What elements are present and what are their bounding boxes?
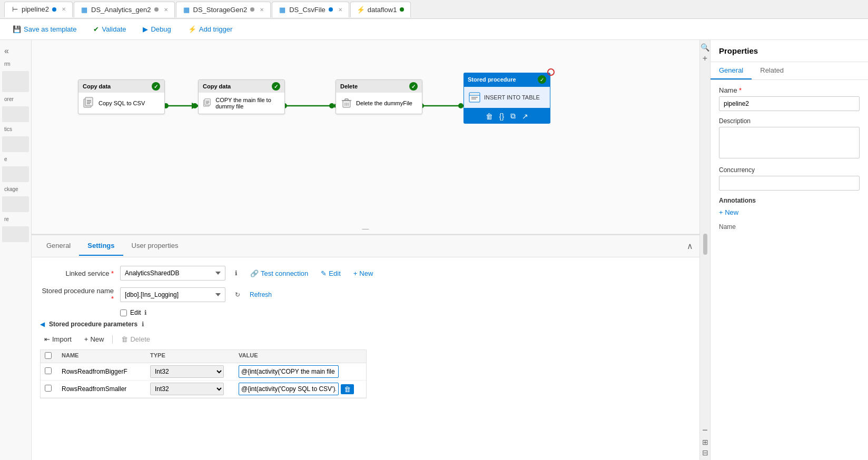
activity-copy-sql-csv[interactable]: Copy data ✓ Copy SQL to CSV [78, 79, 165, 114]
right-tab-related[interactable]: Related [752, 62, 792, 79]
refresh-label[interactable]: Refresh [250, 291, 272, 298]
tab-close-analytics[interactable]: ✕ [164, 7, 168, 13]
param-value-input-1[interactable] [239, 365, 339, 378]
concurrency-input[interactable] [719, 176, 860, 191]
linked-service-select[interactable]: AnalyticsSharedDB [120, 266, 225, 281]
tab-pipeline2[interactable]: ⊢ pipeline2 ✕ [4, 2, 73, 17]
save-template-label: Save as template [24, 25, 76, 33]
tab-dataflow1[interactable]: ⚡ dataflow1 [350, 2, 411, 17]
new-param-button[interactable]: + New [80, 333, 108, 345]
dataflow-icon: ⚡ [357, 6, 364, 13]
sp-copy-button[interactable]: ⧉ [508, 111, 518, 122]
add-trigger-button[interactable]: ⚡ Add trigger [184, 23, 237, 35]
fit-view-button[interactable]: ⊞ [701, 437, 709, 447]
param-type-select-2[interactable]: Int32 [150, 383, 224, 395]
stored-proc-name-row: Stored procedure name * [dbo].[Ins_Loggi… [40, 287, 691, 303]
debug-button[interactable]: ▶ Debug [139, 23, 175, 35]
general-tab-label: General [46, 242, 71, 249]
test-connection-button[interactable]: 🔗 Test connection [247, 268, 311, 278]
activity-type-copy1: Copy data [83, 83, 111, 89]
collapse-sidebar-button[interactable]: « [2, 44, 29, 58]
concurrency-field-label: Concurrency [719, 166, 860, 174]
param-type-select-1[interactable]: Int32 [150, 365, 224, 378]
save-as-template-button[interactable]: 💾 Save as template [8, 23, 81, 35]
linked-service-info-button[interactable]: ℹ [232, 268, 241, 278]
tab-close-storage[interactable]: ✕ [260, 7, 264, 13]
sp-params-header[interactable]: ◀ Stored procedure parameters ℹ [40, 321, 691, 328]
properties-title: Properties [711, 40, 868, 62]
refresh-icon-btn[interactable]: ↻ [232, 290, 243, 299]
pipeline-canvas[interactable]: Copy data ✓ Copy SQL to CSV [32, 40, 699, 235]
sp-link-button[interactable]: ↗ [520, 111, 530, 122]
header-type-col: TYPE [150, 352, 234, 361]
activity-name-copy1: Copy SQL to CSV [98, 100, 145, 106]
right-panel: Properties General Related Name * De [710, 40, 868, 460]
canvas-collapse-handle[interactable]: — [32, 224, 699, 234]
param-checkbox-2[interactable] [45, 385, 52, 392]
svg-point-4 [192, 103, 198, 108]
tab-bar: ⊢ pipeline2 ✕ ▦ DS_Analytics_gen2 ✕ ▦ DS… [0, 0, 868, 19]
right-control-panel: 🔍 + − ⊞ ⊟ [699, 40, 710, 460]
collapse-icon: « [4, 46, 9, 56]
bottom-panel: General Settings User properties ∧ [32, 235, 699, 460]
param-checkbox-1[interactable] [45, 367, 52, 374]
minus-right-button[interactable]: − [701, 424, 709, 437]
stored-proc-select[interactable]: [dbo].[Ins_Logging] [120, 287, 225, 302]
panel-collapse-button[interactable]: ∧ [687, 241, 693, 251]
activity-header-copy1: Copy data ✓ [78, 80, 164, 93]
validate-button[interactable]: ✔ Validate [89, 23, 130, 35]
grid-button[interactable]: ⊟ [701, 447, 709, 458]
sidebar-section-ckage [2, 196, 29, 212]
sp-delete-button[interactable]: 🗑 [484, 111, 495, 122]
tab-ds-analytics[interactable]: ▦ DS_Analytics_gen2 ✕ [74, 2, 174, 17]
tab-settings[interactable]: Settings [79, 236, 123, 256]
activity-body-copy2: COPY the main file to dummy file [199, 93, 284, 114]
name-input[interactable] [719, 96, 860, 111]
tab-close-csvfile[interactable]: ✕ [338, 7, 342, 13]
activity-stored-proc[interactable]: Stored procedure ✓ INSERT INTO TABLE [463, 73, 550, 124]
delete-param-button[interactable]: 🗑 Delete [117, 333, 154, 345]
sidebar-section-orer [2, 106, 29, 122]
activity-delete[interactable]: Delete ✓ [336, 79, 422, 114]
search-right-button[interactable]: 🔍 [699, 42, 711, 53]
tab-ds-csvfile[interactable]: ▦ DS_CsvFile ✕ [272, 2, 349, 17]
tab-close-pipeline2[interactable]: ✕ [62, 6, 66, 12]
param-value-input-2[interactable] [239, 383, 339, 395]
toolbar: 💾 Save as template ✔ Validate ▶ Debug ⚡ … [0, 19, 868, 40]
scroll-thumb[interactable] [703, 234, 707, 255]
import-icon: ⇤ [44, 335, 50, 343]
add-annotation-button[interactable]: + New [719, 208, 738, 216]
sidebar-section-e [2, 166, 29, 182]
param-value-delete-btn-2[interactable]: 🗑 [341, 384, 354, 394]
tab-ds-storage[interactable]: ▦ DS_StorageGen2 ✕ [176, 2, 271, 17]
right-tab-general[interactable]: General [711, 62, 752, 79]
sidebar-item-re: re [2, 215, 29, 223]
linked-service-edit-button[interactable]: ✎ Edit [318, 268, 343, 278]
tab-general[interactable]: General [38, 236, 79, 256]
select-all-checkbox[interactable] [45, 352, 52, 359]
activity-type-delete: Delete [340, 83, 358, 89]
activity-name-copy2: COPY the main file to dummy file [215, 97, 280, 109]
header-value-col: VALUE [239, 352, 362, 361]
dataset-icon-storage: ▦ [183, 6, 190, 13]
linked-service-new-button[interactable]: + New [350, 268, 377, 278]
panel-header-bar: General Settings User properties ∧ [32, 235, 699, 257]
linked-service-label: Linked service * [40, 269, 114, 277]
header-check-col [45, 352, 57, 361]
sidebar-section-rm [2, 71, 29, 92]
description-textarea[interactable] [719, 127, 860, 158]
sp-name: INSERT INTO TABLE [484, 94, 540, 101]
description-field-label: Description [719, 117, 860, 125]
sp-code-button[interactable]: {} [497, 111, 506, 122]
import-button[interactable]: ⇤ Import [40, 333, 76, 345]
header-name-col: NAME [62, 352, 146, 361]
param-value-2: 🗑 [239, 383, 362, 395]
annotations-section-title: Annotations [719, 197, 860, 204]
activity-copy-main-file[interactable]: Copy data ✓ COPY the main file to dummy … [198, 79, 285, 114]
param-name-2: RowsReadfromSmaller [62, 385, 146, 393]
param-check-2 [45, 385, 57, 393]
tab-user-properties[interactable]: User properties [123, 236, 187, 256]
add-right-button[interactable]: + [702, 53, 708, 64]
params-info-icon: ℹ [142, 321, 144, 328]
edit-checkbox[interactable] [120, 309, 127, 316]
